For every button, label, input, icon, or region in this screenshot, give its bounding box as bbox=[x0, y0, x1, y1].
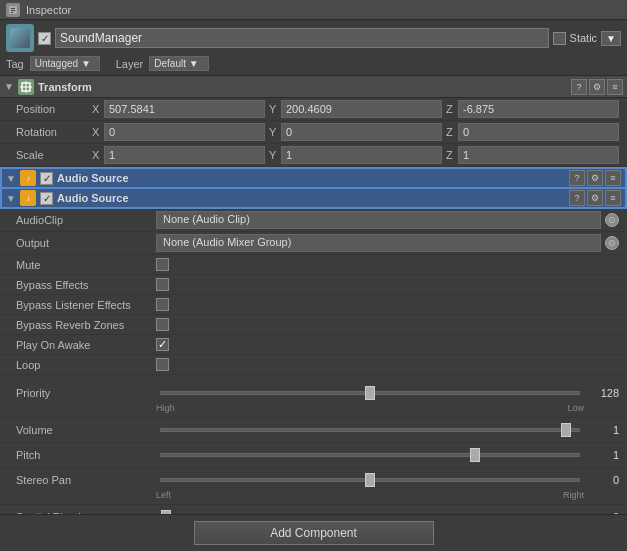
audio1-arrow[interactable]: ▼ bbox=[6, 173, 16, 184]
bypass-reverb-checkbox[interactable] bbox=[156, 318, 169, 331]
svg-rect-3 bbox=[11, 12, 13, 13]
transform-arrow[interactable]: ▼ bbox=[4, 81, 14, 92]
audio1-help-btn[interactable]: ? bbox=[569, 170, 585, 186]
priority-slider-thumb[interactable] bbox=[365, 386, 375, 400]
audio1-menu-btn[interactable]: ≡ bbox=[605, 170, 621, 186]
position-label: Position bbox=[16, 103, 86, 115]
object-name-field[interactable] bbox=[55, 28, 549, 48]
priority-value: 128 bbox=[584, 387, 619, 399]
scale-label: Scale bbox=[16, 149, 86, 161]
audio2-help-btn[interactable]: ? bbox=[569, 190, 585, 206]
pitch-slider-thumb[interactable] bbox=[470, 448, 480, 462]
layer-dropdown[interactable]: Default ▼ bbox=[149, 56, 209, 71]
rotation-x-axis: X bbox=[92, 126, 102, 138]
rotation-y-field[interactable] bbox=[281, 123, 442, 141]
position-group: X Y Z bbox=[92, 100, 619, 118]
bypass-listener-value bbox=[156, 298, 619, 311]
priority-low-hint: Low bbox=[567, 403, 584, 413]
spatial-blend-slider-thumb[interactable] bbox=[161, 510, 171, 514]
output-field[interactable]: None (Audio Mixer Group) bbox=[156, 234, 601, 252]
audio1-enabled-checkbox[interactable]: ✓ bbox=[40, 172, 53, 185]
scale-y-item: Y bbox=[269, 146, 442, 164]
static-area: Static ▼ bbox=[553, 31, 621, 46]
position-z-field[interactable] bbox=[458, 100, 619, 118]
pitch-value: 1 bbox=[584, 449, 619, 461]
audioclip-label: AudioClip bbox=[16, 214, 156, 226]
audioclip-field[interactable]: None (Audio Clip) bbox=[156, 211, 601, 229]
output-pick-btn[interactable]: ⊙ bbox=[605, 236, 619, 250]
audio2-enabled-checkbox[interactable]: ✓ bbox=[40, 192, 53, 205]
audioclip-value: None (Audio Clip) ⊙ bbox=[156, 211, 619, 229]
bypass-reverb-value bbox=[156, 318, 619, 331]
mute-label: Mute bbox=[16, 259, 156, 271]
position-x-field[interactable] bbox=[104, 100, 265, 118]
bypass-effects-checkbox[interactable] bbox=[156, 278, 169, 291]
loop-row: Loop bbox=[0, 355, 627, 375]
rotation-z-field[interactable] bbox=[458, 123, 619, 141]
static-checkbox[interactable] bbox=[553, 32, 566, 45]
add-component-button[interactable]: Add Component bbox=[194, 521, 434, 545]
inspector-icon bbox=[6, 3, 20, 17]
mute-row: Mute bbox=[0, 255, 627, 275]
pitch-top: Pitch 1 bbox=[16, 445, 619, 465]
stereo-pan-slider-track[interactable] bbox=[160, 478, 580, 482]
footer: Add Component bbox=[0, 514, 627, 551]
audio2-settings-btn[interactable]: ⚙ bbox=[587, 190, 603, 206]
rotation-y-item: Y bbox=[269, 123, 442, 141]
stereo-right-hint: Right bbox=[563, 490, 584, 500]
audio2-menu-btn[interactable]: ≡ bbox=[605, 190, 621, 206]
pitch-slider-track[interactable] bbox=[160, 453, 580, 457]
rotation-z-axis: Z bbox=[446, 126, 456, 138]
scale-x-field[interactable] bbox=[104, 146, 265, 164]
bypass-reverb-row: Bypass Reverb Zones bbox=[0, 315, 627, 335]
position-y-field[interactable] bbox=[281, 100, 442, 118]
svg-rect-2 bbox=[11, 10, 15, 11]
audio2-arrow[interactable]: ▼ bbox=[6, 193, 16, 204]
object-enabled-checkbox[interactable]: ✓ bbox=[38, 32, 51, 45]
rotation-x-item: X bbox=[92, 123, 265, 141]
audio1-settings-btn[interactable]: ⚙ bbox=[587, 170, 603, 186]
bypass-effects-value bbox=[156, 278, 619, 291]
stereo-pan-row: Stereo Pan 0 Left Right bbox=[0, 468, 627, 505]
rotation-row: Rotation X Y Z bbox=[0, 121, 627, 144]
title-bar: Inspector bbox=[0, 0, 627, 20]
loop-checkbox[interactable] bbox=[156, 358, 169, 371]
transform-settings-btn[interactable]: ⚙ bbox=[589, 79, 605, 95]
audio1-buttons: ? ⚙ ≡ bbox=[569, 170, 621, 186]
position-y-axis: Y bbox=[269, 103, 279, 115]
static-dropdown[interactable]: ▼ bbox=[601, 31, 621, 46]
rotation-x-field[interactable] bbox=[104, 123, 265, 141]
audioclip-pick-btn[interactable]: ⊙ bbox=[605, 213, 619, 227]
priority-slider-track[interactable] bbox=[160, 391, 580, 395]
play-on-awake-checkbox[interactable]: ✓ bbox=[156, 338, 169, 351]
scale-z-axis: Z bbox=[446, 149, 456, 161]
play-on-awake-row: Play On Awake ✓ bbox=[0, 335, 627, 355]
bypass-listener-checkbox[interactable] bbox=[156, 298, 169, 311]
transform-title: Transform bbox=[38, 81, 567, 93]
scale-y-axis: Y bbox=[269, 149, 279, 161]
audio2-title: Audio Source bbox=[57, 192, 565, 204]
rotation-z-item: Z bbox=[446, 123, 619, 141]
tag-dropdown[interactable]: Untagged ▼ bbox=[30, 56, 100, 71]
spatial-blend-row: Spatial Blend 0 2D 3D bbox=[0, 505, 627, 514]
audio-source-2-header: ▼ ♪ ✓ Audio Source ? ⚙ ≡ bbox=[0, 187, 627, 209]
scale-group: X Y Z bbox=[92, 146, 619, 164]
object-header-area: ✓ Static ▼ Tag Untagged ▼ Layer Default … bbox=[0, 20, 627, 76]
audio1-title: Audio Source bbox=[57, 172, 565, 184]
rotation-label: Rotation bbox=[16, 126, 86, 138]
mute-checkbox[interactable] bbox=[156, 258, 169, 271]
stereo-pan-slider-thumb[interactable] bbox=[365, 473, 375, 487]
stereo-pan-hints: Left Right bbox=[16, 490, 619, 502]
position-y-item: Y bbox=[269, 100, 442, 118]
scale-y-field[interactable] bbox=[281, 146, 442, 164]
volume-slider-thumb[interactable] bbox=[561, 423, 571, 437]
transform-help-btn[interactable]: ? bbox=[571, 79, 587, 95]
volume-slider-track[interactable] bbox=[160, 428, 580, 432]
tag-row: Tag Untagged ▼ Layer Default ▼ bbox=[6, 56, 621, 71]
scale-z-field[interactable] bbox=[458, 146, 619, 164]
object-icon-inner bbox=[10, 28, 30, 48]
layer-label: Layer bbox=[116, 58, 144, 70]
scale-z-item: Z bbox=[446, 146, 619, 164]
transform-menu-btn[interactable]: ≡ bbox=[607, 79, 623, 95]
scale-row: Scale X Y Z bbox=[0, 144, 627, 167]
